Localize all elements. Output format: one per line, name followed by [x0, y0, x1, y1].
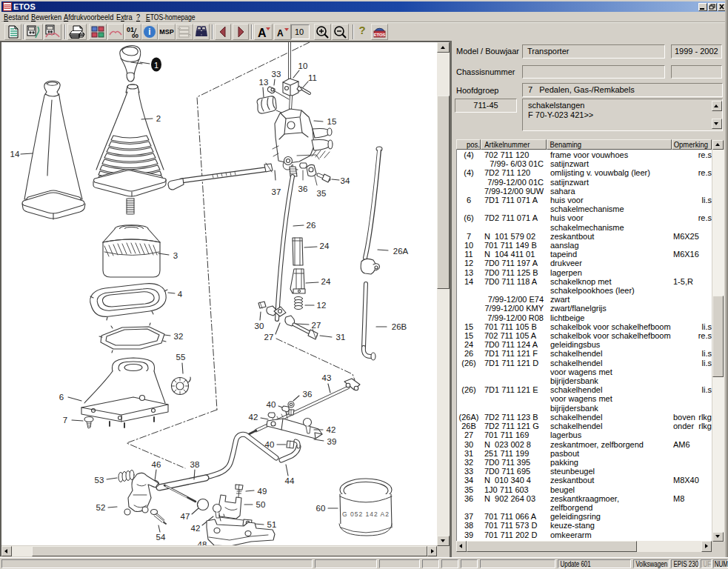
svg-text:53: 53 — [95, 476, 104, 485]
svg-text:26B: 26B — [392, 322, 407, 331]
svg-text:4: 4 — [178, 290, 183, 299]
svg-text:1: 1 — [154, 61, 158, 70]
svg-text:35: 35 — [317, 189, 327, 198]
svg-text:10: 10 — [298, 61, 308, 70]
svg-text:39: 39 — [327, 437, 337, 446]
svg-text:14: 14 — [10, 150, 20, 159]
svg-text:32: 32 — [174, 332, 184, 341]
svg-text:3: 3 — [173, 251, 178, 260]
svg-text:26A: 26A — [393, 247, 409, 256]
svg-text:27: 27 — [264, 333, 274, 342]
svg-text:31: 31 — [336, 333, 346, 342]
svg-text:24: 24 — [321, 277, 331, 286]
svg-text:50: 50 — [256, 500, 266, 509]
svg-text:43: 43 — [322, 373, 332, 382]
svg-text:30: 30 — [255, 322, 264, 330]
svg-text:55: 55 — [176, 353, 186, 362]
svg-text:26: 26 — [307, 221, 316, 230]
svg-text:38: 38 — [190, 460, 200, 469]
svg-text:6: 6 — [59, 393, 64, 402]
svg-text:49: 49 — [258, 487, 267, 496]
svg-text:13: 13 — [259, 78, 269, 87]
svg-text:46: 46 — [152, 460, 161, 469]
svg-text:27: 27 — [312, 321, 321, 330]
svg-text:i: i — [148, 27, 150, 37]
svg-text:15: 15 — [327, 117, 337, 126]
svg-text:40: 40 — [265, 440, 275, 449]
svg-text:37: 37 — [272, 187, 281, 196]
svg-text:7: 7 — [63, 416, 67, 425]
svg-text:60: 60 — [316, 504, 326, 513]
svg-text:24: 24 — [320, 242, 330, 250]
svg-text:42: 42 — [191, 524, 201, 533]
svg-text:51: 51 — [267, 520, 277, 529]
svg-text:42: 42 — [249, 413, 258, 422]
svg-text:ETOS: ETOS — [373, 33, 385, 37]
svg-text:12: 12 — [317, 301, 327, 310]
svg-text:00: 00 — [132, 33, 138, 39]
svg-text:40: 40 — [267, 400, 276, 409]
svg-text:52: 52 — [96, 503, 106, 512]
svg-text:11: 11 — [308, 73, 317, 82]
svg-text:42: 42 — [327, 425, 336, 434]
svg-text:36: 36 — [303, 390, 313, 399]
svg-text:33: 33 — [272, 70, 281, 79]
svg-text:47: 47 — [181, 512, 190, 521]
svg-text:36: 36 — [298, 184, 308, 193]
svg-text:54: 54 — [156, 533, 166, 542]
svg-text:G 052 142 A2: G 052 142 A2 — [342, 510, 390, 518]
svg-text:A: A — [258, 27, 267, 39]
svg-text:2: 2 — [156, 114, 161, 123]
svg-text:44: 44 — [285, 476, 295, 485]
svg-text:48: 48 — [198, 540, 207, 545]
svg-text:A: A — [277, 28, 284, 39]
svg-text:34: 34 — [341, 176, 350, 185]
